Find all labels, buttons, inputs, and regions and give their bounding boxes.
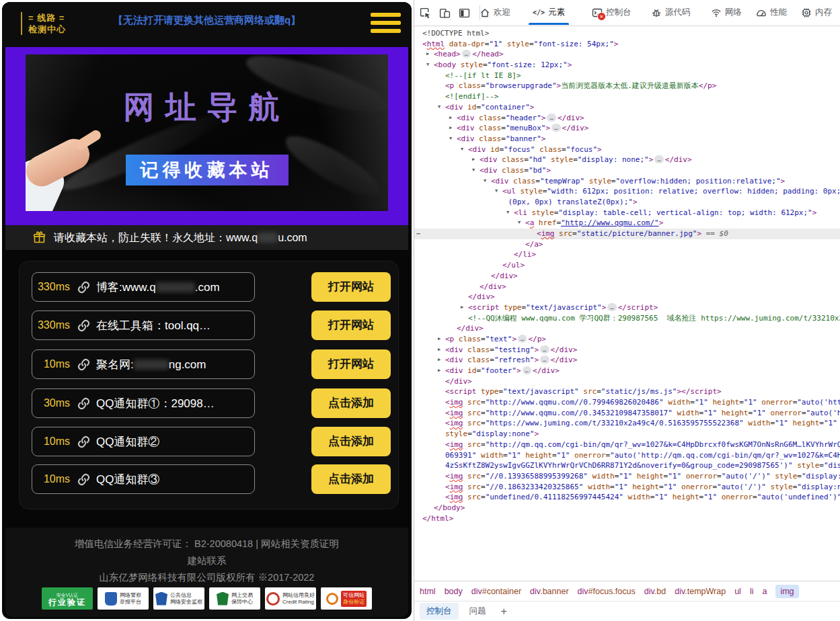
link-row-box[interactable]: 10msQQ通知群③ — [32, 464, 255, 494]
breadcrumb-li[interactable]: li — [750, 587, 754, 596]
expand-arrow-icon[interactable]: ▶ — [449, 123, 452, 134]
expand-arrow-icon[interactable]: ▶ — [472, 155, 475, 165]
certification-badge[interactable]: 公共信息网络安全监察 — [153, 587, 204, 610]
device-toolbar-icon[interactable] — [439, 7, 451, 19]
node-more-actions-icon[interactable]: ⋯ — [416, 229, 420, 239]
dom-node[interactable]: ▶<div class="testing">…</div> — [414, 345, 840, 356]
dom-node[interactable]: <!DOCTYPE html> — [414, 28, 840, 39]
open-site-button[interactable]: 打开网站 — [311, 310, 391, 340]
breadcrumb-div.tempWrap[interactable]: div.tempWrap — [675, 587, 726, 596]
breadcrumb-div.banner[interactable]: div.banner — [530, 587, 568, 596]
collapsed-content-icon[interactable]: … — [654, 155, 663, 163]
certification-badge[interactable]: 可信网站身份验证 — [321, 587, 372, 610]
breadcrumb-div#focus.focus[interactable]: div#focus.focus — [578, 587, 636, 596]
collapsed-content-icon[interactable]: … — [551, 124, 560, 132]
devtools-tab-内存[interactable]: 内存 — [801, 0, 832, 25]
dom-node[interactable]: </html> — [414, 513, 840, 524]
dom-node[interactable]: ▶<div class="header">…</div> — [414, 113, 840, 124]
drawer-tab-控制台[interactable]: 控制台 — [420, 603, 459, 620]
open-site-button[interactable]: 点击添加 — [311, 388, 391, 418]
breadcrumb-ul[interactable]: ul — [734, 587, 741, 596]
dom-node[interactable]: (0px, 0px) translateZ(0px);"> — [414, 197, 840, 208]
banner-carousel[interactable]: 网址导航 记得收藏本站 — [5, 47, 408, 225]
dom-node[interactable]: <html data-dpr="1" style="font-size: 54p… — [414, 39, 840, 50]
dom-node[interactable]: ▼<div class="bd"> — [414, 165, 840, 176]
dom-node[interactable]: <!--[if lt IE 8]> — [414, 71, 840, 81]
link-row-box[interactable]: 30msQQ通知群①：29098… — [32, 388, 255, 418]
dom-node[interactable]: <img src="http://www.qqmu.com//0.3453210… — [414, 408, 840, 419]
dom-node[interactable]: ▶<script type="text/javascript">…</scrip… — [414, 302, 840, 313]
dom-node[interactable]: <![endif]--> — [414, 91, 840, 102]
dom-node[interactable]: </div> — [414, 323, 840, 334]
dom-node[interactable]: style="display:none"> — [414, 429, 840, 440]
collapsed-content-icon[interactable]: … — [547, 114, 556, 122]
inspect-element-icon[interactable] — [420, 7, 431, 19]
devtools-tab-性能[interactable]: 性能 — [756, 0, 787, 25]
collapse-arrow-icon[interactable]: ▼ — [426, 60, 429, 71]
open-site-button[interactable]: 打开网站 — [311, 272, 391, 302]
devtools-tab-欢迎[interactable]: 欢迎 — [480, 0, 510, 25]
link-row-box[interactable]: 330ms在线工具箱：tool.qq… — [32, 310, 255, 340]
dom-node[interactable]: ▶<head>…</head> — [414, 49, 840, 60]
breadcrumb-div.bd[interactable]: div.bd — [644, 587, 666, 596]
expand-arrow-icon[interactable]: ▶ — [438, 334, 441, 345]
dom-node[interactable]: </div> — [414, 271, 840, 282]
dom-node[interactable]: </ul> — [414, 260, 840, 271]
collapse-arrow-icon[interactable]: ▼ — [449, 134, 452, 144]
dom-node[interactable]: ▼<body style="font-size: 12px;"> — [414, 60, 840, 71]
collapsed-content-icon[interactable]: … — [607, 303, 616, 311]
hamburger-menu-icon[interactable] — [371, 13, 401, 37]
link-row-box[interactable]: 10msQQ通知群② — [32, 427, 255, 456]
breadcrumb-html[interactable]: html — [420, 587, 436, 596]
dom-node[interactable]: <script type="text/javascript" src="stat… — [414, 386, 840, 397]
dom-node[interactable]: ▼<div id="focus" class="focus"> — [414, 144, 840, 155]
dom-node[interactable]: ▼<a href="http://www.qqmu.com/"> — [414, 218, 840, 229]
collapse-arrow-icon[interactable]: ▼ — [495, 186, 498, 197]
dom-node[interactable]: <!--QQ沐编程 www.qqmu.com 学习QQ群：290987565 域… — [414, 313, 840, 324]
collapse-arrow-icon[interactable]: ▼ — [506, 208, 509, 218]
expand-arrow-icon[interactable]: ▶ — [438, 345, 441, 356]
certification-badge[interactable]: 安全V认证行业验证 — [42, 587, 93, 610]
breadcrumb-img[interactable]: img — [775, 585, 798, 598]
attr-link-token[interactable]: "http://www.qqmu.com/" — [561, 218, 659, 227]
dom-node[interactable]: <img src="//0.13936588995399268" width="… — [414, 471, 840, 482]
dom-node[interactable]: ▼<ul style="width: 612px; position: rela… — [414, 186, 840, 197]
expand-arrow-icon[interactable]: ▶ — [438, 355, 441, 366]
dom-node[interactable]: ▶<div class="refresh">…</div> — [414, 355, 840, 366]
dom-node[interactable]: <img src="undefined/0.41118256997445424"… — [414, 492, 840, 503]
dom-node[interactable]: ▶<div class="menuBox">…</div> — [414, 123, 840, 134]
open-site-button[interactable]: 点击添加 — [311, 464, 391, 494]
collapse-arrow-icon[interactable]: ▼ — [484, 176, 486, 187]
dom-node[interactable]: </a> — [414, 239, 840, 250]
collapsed-content-icon[interactable]: … — [462, 50, 471, 58]
devtools-tab-网络[interactable]: 网络 — [711, 0, 742, 25]
expand-arrow-icon[interactable]: ▶ — [461, 302, 463, 313]
collapsed-content-icon[interactable]: … — [523, 366, 531, 374]
dom-node[interactable]: <img src="http://www.qqmu.com//0.7994698… — [414, 397, 840, 408]
dom-node[interactable]: ▶<p class="text">…</p> — [414, 334, 840, 345]
collapse-arrow-icon[interactable]: ▼ — [438, 102, 441, 113]
devtools-tab-控制台[interactable]: ✕控制台 — [592, 0, 632, 25]
link-row-box[interactable]: 330ms博客:www.q.com — [32, 272, 255, 302]
dom-node[interactable]: 069391" width="1" height="1" onerror="au… — [414, 450, 840, 461]
collapse-arrow-icon[interactable]: ▼ — [472, 165, 475, 176]
certification-badge[interactable]: 网络警察举报平台 — [98, 587, 149, 610]
breadcrumb-a[interactable]: a — [762, 587, 767, 596]
dom-node[interactable]: </div> — [414, 292, 840, 302]
devtools-tab-元素[interactable]: </>元素 — [533, 0, 565, 25]
devtools-tab-源代码[interactable]: 源代码 — [651, 0, 691, 25]
drawer-tab-问题[interactable]: 问题 — [463, 603, 493, 620]
footer-contact-line[interactable]: 建站联系 — [5, 552, 408, 569]
dock-side-icon[interactable] — [459, 7, 470, 19]
dom-node[interactable]: ▶<div id="footer">…</div> — [414, 366, 840, 376]
collapse-arrow-icon[interactable]: ▼ — [518, 218, 521, 229]
breadcrumb-div#container[interactable]: div#container — [471, 587, 521, 596]
dom-node[interactable]: <img src="https://www.juming.com/t/33210… — [414, 418, 840, 429]
expand-arrow-icon[interactable]: ▶ — [449, 113, 452, 124]
dom-node[interactable]: <img src="http://qm.qq.com/cgi-bin/qm/qr… — [414, 440, 840, 450]
dom-node[interactable]: </div> — [414, 376, 840, 387]
certification-badge[interactable]: 网站信用良好Credit Rating — [265, 587, 316, 610]
breadcrumb-body[interactable]: body — [445, 587, 463, 596]
collapsed-content-icon[interactable]: … — [540, 345, 549, 354]
collapsed-content-icon[interactable]: … — [540, 356, 549, 364]
